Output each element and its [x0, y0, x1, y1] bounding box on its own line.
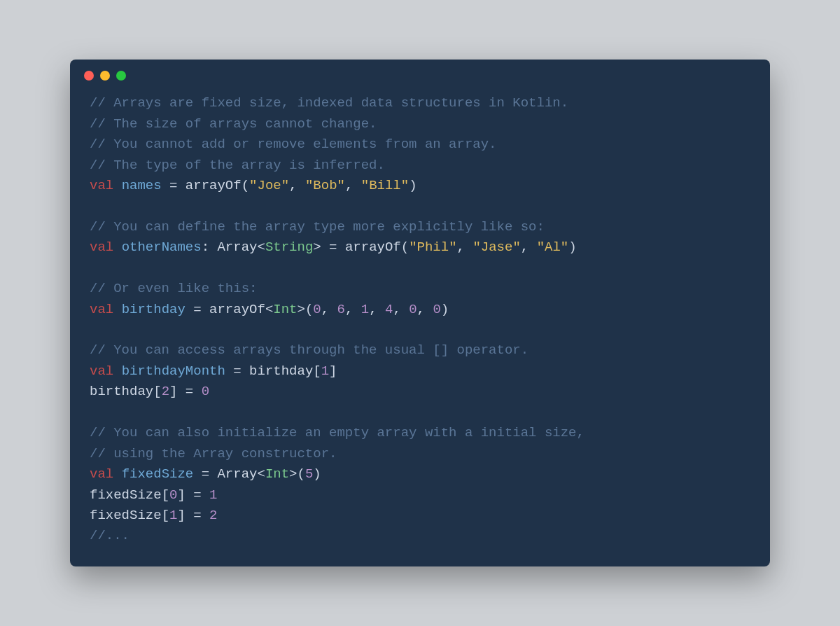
code-line: // You can also initialize an empty arra… [90, 423, 750, 443]
token-nu: 1 [321, 363, 329, 379]
close-icon[interactable] [84, 71, 94, 81]
window-titlebar [70, 60, 770, 85]
token-c: //... [90, 528, 130, 543]
token-op: = [225, 363, 249, 379]
token-op: ) [409, 178, 416, 193]
token-kw: val [90, 466, 113, 482]
code-line: //... [90, 526, 750, 546]
token-op: , [369, 302, 385, 317]
token-kw: val [90, 363, 113, 379]
token-op: ) [568, 239, 576, 255]
token-op: [ [162, 487, 169, 503]
minimize-icon[interactable] [100, 71, 110, 81]
token-nu: 0 [202, 384, 209, 399]
token-op: >( [289, 466, 305, 482]
code-line: // The size of arrays cannot change. [90, 114, 750, 134]
token-fn: arrayOf [186, 178, 241, 193]
code-line: val names = arrayOf("Joe", "Bob", "Bill"… [90, 176, 750, 196]
token-op: , [321, 302, 337, 317]
token-nu: 4 [385, 302, 393, 317]
token-kw: val [90, 239, 113, 255]
token-nu: 1 [361, 302, 369, 317]
token-kw: val [90, 302, 113, 317]
code-line: // using the Array constructor. [90, 444, 750, 464]
token-op: [ [313, 363, 321, 379]
code-line [90, 320, 750, 340]
token-op: [ [153, 384, 161, 399]
token-c: // You cannot add or remove elements fro… [90, 137, 497, 152]
token-op: : [202, 239, 218, 255]
token-op: = [186, 302, 209, 317]
token-nu: 5 [305, 466, 313, 482]
token-fn: arrayOf [209, 302, 265, 317]
token-op: ] = [177, 508, 209, 523]
token-id: birthday [122, 302, 186, 317]
token-op [113, 178, 121, 193]
token-fn: birthday [90, 384, 153, 399]
token-op: , [393, 302, 409, 317]
token-nu: 6 [337, 302, 345, 317]
zoom-icon[interactable] [116, 71, 126, 81]
code-line: val birthday = arrayOf<Int>(0, 6, 1, 4, … [90, 300, 750, 320]
token-op: ) [313, 466, 321, 482]
token-id: otherNames [122, 239, 202, 255]
token-op: , [457, 239, 473, 255]
token-op: = [162, 178, 186, 193]
token-op: < [257, 239, 265, 255]
code-line [90, 196, 750, 216]
token-op: , [289, 178, 305, 193]
token-fn: arrayOf [345, 239, 401, 255]
code-line: // You cannot add or remove elements fro… [90, 134, 750, 155]
token-tp: String [265, 239, 313, 255]
token-op [113, 239, 121, 255]
token-c: // You can define the array type more ex… [90, 219, 545, 235]
code-line: // You can access arrays through the usu… [90, 340, 750, 361]
token-c: // The type of the array is inferred. [90, 158, 385, 173]
token-st: "Joe" [249, 178, 289, 193]
token-st: "Al" [537, 239, 569, 255]
code-line: fixedSize[0] = 1 [90, 485, 750, 506]
token-op: ] = [169, 384, 202, 399]
token-tp: Int [265, 466, 289, 482]
token-op: ( [241, 178, 249, 193]
token-op: < [265, 302, 273, 317]
token-nu: 0 [409, 302, 416, 317]
token-op: >( [298, 302, 314, 317]
token-nu: 0 [313, 302, 321, 317]
token-op: > = [313, 239, 345, 255]
token-op: ] [329, 363, 337, 379]
token-ty: Array [217, 466, 257, 482]
token-st: "Jase" [472, 239, 520, 255]
token-c: // Arrays are fixed size, indexed data s… [90, 95, 568, 111]
token-id: birthdayMonth [122, 363, 225, 379]
code-line: birthday[2] = 0 [90, 382, 750, 402]
token-nu: 1 [209, 487, 217, 503]
code-line [90, 258, 750, 279]
token-c: // using the Array constructor. [90, 446, 337, 461]
token-op: , [345, 302, 361, 317]
token-op: ) [441, 302, 449, 317]
code-line: val birthdayMonth = birthday[1] [90, 361, 750, 382]
token-op [113, 363, 121, 379]
token-nu: 0 [169, 487, 177, 503]
token-op: < [257, 466, 265, 482]
token-op [113, 302, 121, 317]
token-op [113, 466, 121, 482]
token-c: // The size of arrays cannot change. [90, 116, 377, 132]
token-kw: val [90, 178, 113, 193]
code-line: val fixedSize = Array<Int>(5) [90, 464, 750, 485]
token-nu: 1 [169, 508, 177, 523]
token-op: ( [401, 239, 409, 255]
token-op: [ [162, 508, 169, 523]
code-line: val otherNames: Array<String> = arrayOf(… [90, 237, 750, 258]
token-op: , [521, 239, 537, 255]
token-nu: 2 [162, 384, 169, 399]
token-fn: birthday [249, 363, 313, 379]
token-c: // You can also initialize an empty arra… [90, 425, 584, 440]
code-line: // Arrays are fixed size, indexed data s… [90, 93, 750, 113]
token-st: "Phil" [409, 239, 456, 255]
token-c: // You can access arrays through the usu… [90, 342, 528, 358]
code-block: // Arrays are fixed size, indexed data s… [70, 85, 770, 566]
code-line: // Or even like this: [90, 279, 750, 299]
code-window: // Arrays are fixed size, indexed data s… [70, 60, 770, 566]
